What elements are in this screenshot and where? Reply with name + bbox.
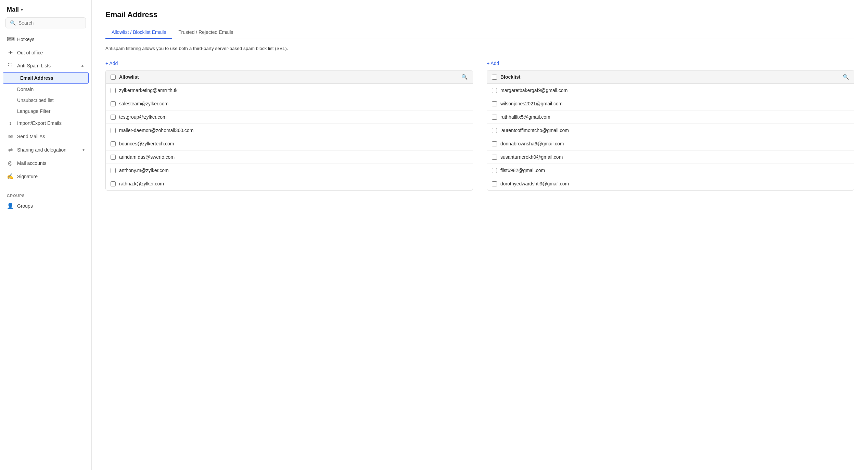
row-checkbox[interactable] [111,141,116,146]
sidebar-divider [0,186,91,186]
email-text: susanturnerokh0@gmail.com [500,154,849,160]
sidebar-item-label: Groups [17,203,33,209]
row-checkbox[interactable] [111,181,116,186]
row-checkbox[interactable] [111,101,116,106]
sidebar-item-label: Sharing and delegation [17,147,66,153]
row-checkbox[interactable] [492,115,497,120]
list-item: zylkermarketing@amrrith.tk [106,84,473,97]
email-text: donnabrownsha6@gmail.com [500,141,849,146]
row-checkbox[interactable] [111,168,116,173]
row-checkbox[interactable] [492,168,497,173]
sidebar-item-label: Language Filter [17,108,50,114]
app-title: Mail [7,6,19,13]
email-text: salesteam@zylker.com [119,101,468,106]
row-checkbox[interactable] [111,155,116,160]
sidebar-item-email-address[interactable]: Email Address [3,72,89,84]
sidebar-item-label: Mail accounts [17,160,47,166]
email-text: arindam.das@swerio.com [119,154,468,160]
sidebar-item-send-mail-as[interactable]: ✉ Send Mail As [0,130,91,143]
sidebar-item-unsubscribed[interactable]: Unsubscribed list [0,95,91,106]
shield-icon: 🛡 [7,63,14,69]
search-icon: 🔍 [10,20,16,26]
list-item: arindam.das@swerio.com [106,151,473,164]
email-text: anthony.m@zylker.com [119,168,468,173]
list-item: testgroup@zylker.com [106,110,473,124]
blocklist-header: Blocklist 🔍 [487,70,854,84]
sidebar-item-label: Signature [17,174,38,179]
list-item: ruthhallltx5@gmail.com [487,110,854,124]
sidebar: Mail ▾ 🔍 ⌨ Hotkeys ✈ Out of office 🛡 Ant… [0,0,92,470]
email-text: ruthhallltx5@gmail.com [500,114,849,120]
list-item: margaretbakergaf9@gmail.com [487,84,854,97]
blocklist-add-button[interactable]: + Add [487,61,854,66]
sidebar-item-label: Send Mail As [17,134,45,139]
sidebar-item-mail-accounts[interactable]: ◎ Mail accounts [0,156,91,170]
row-checkbox[interactable] [492,141,497,146]
row-checkbox[interactable] [492,101,497,106]
row-checkbox[interactable] [492,181,497,186]
row-checkbox[interactable] [492,88,497,93]
sidebar-item-label: Out of office [17,50,43,55]
email-text: flist6982@gmail.com [500,168,849,173]
tabs-bar: Allowlist / Blocklist Emails Trusted / R… [105,26,854,39]
lists-container: + Add Allowlist 🔍 zylkermarketing@amrrit… [105,61,854,191]
blocklist-header-label: Blocklist [500,74,839,80]
mail-accounts-icon: ◎ [7,160,14,166]
row-checkbox[interactable] [111,88,116,93]
sidebar-item-domain[interactable]: Domain [0,84,91,95]
expand-icon: ▲ [80,63,85,68]
tab-trusted-rejected[interactable]: Trusted / Rejected Emails [172,26,239,39]
search-bar[interactable]: 🔍 [5,17,86,28]
allowlist-search-icon[interactable]: 🔍 [461,74,468,80]
send-mail-icon: ✉ [7,133,14,140]
allowlist-table: Allowlist 🔍 zylkermarketing@amrrith.tksa… [105,70,473,191]
expand-icon: ▾ [82,147,85,152]
page-title: Email Address [105,10,854,19]
allowlist-header: Allowlist 🔍 [106,70,473,84]
list-item: anthony.m@zylker.com [106,164,473,177]
sidebar-item-out-of-office[interactable]: ✈ Out of office [0,46,91,59]
sidebar-item-label: Email Address [20,75,53,81]
list-item: rathna.k@zylker.com [106,177,473,190]
email-text: margaretbakergaf9@gmail.com [500,88,849,93]
sidebar-item-signature[interactable]: ✍ Signature [0,170,91,183]
sharing-icon: ⇌ [7,146,14,153]
list-item: bounces@zylkertech.com [106,137,473,151]
email-text: testgroup@zylker.com [119,114,468,120]
tab-allowlist-blocklist[interactable]: Allowlist / Blocklist Emails [105,26,172,39]
groups-section-label: GROUPS [0,189,91,199]
blocklist-select-all-checkbox[interactable] [492,75,497,80]
allowlist-add-button[interactable]: + Add [105,61,473,66]
row-checkbox[interactable] [111,128,116,133]
airplane-icon: ✈ [7,49,14,56]
sidebar-item-hotkeys[interactable]: ⌨ Hotkeys [0,32,91,46]
email-text: dorothyedwardshti3@gmail.com [500,181,849,186]
list-item: salesteam@zylker.com [106,97,473,110]
sidebar-item-language-filter[interactable]: Language Filter [0,106,91,117]
allowlist-select-all-checkbox[interactable] [111,75,116,80]
sidebar-item-groups[interactable]: 👤 Groups [0,199,91,212]
list-item: mailer-daemon@zohomail360.com [106,124,473,137]
blocklist-search-icon[interactable]: 🔍 [843,74,849,80]
hotkeys-icon: ⌨ [7,36,14,42]
sidebar-item-sharing[interactable]: ⇌ Sharing and delegation ▾ [0,143,91,156]
email-text: rathna.k@zylker.com [119,181,468,186]
import-export-icon: ↕ [7,120,14,126]
email-text: bounces@zylkertech.com [119,141,468,146]
chevron-down-icon[interactable]: ▾ [21,8,23,12]
allowlist-section: + Add Allowlist 🔍 zylkermarketing@amrrit… [105,61,473,191]
email-text: laurentcoffimontcho@gmail.com [500,128,849,133]
sidebar-item-label: Domain [17,87,34,92]
email-text: wilsonjones2021@gmail.com [500,101,849,106]
list-item: dorothyedwardshti3@gmail.com [487,177,854,190]
signature-icon: ✍ [7,173,14,180]
search-input[interactable] [18,20,81,26]
sidebar-item-import-export[interactable]: ↕ Import/Export Emails [0,117,91,130]
sidebar-item-label: Import/Export Emails [17,120,62,126]
row-checkbox[interactable] [492,128,497,133]
row-checkbox[interactable] [111,115,116,120]
sidebar-item-anti-spam[interactable]: 🛡 Anti-Spam Lists ▲ [0,59,91,72]
allowlist-header-label: Allowlist [119,74,458,80]
row-checkbox[interactable] [492,155,497,160]
list-item: susanturnerokh0@gmail.com [487,151,854,164]
